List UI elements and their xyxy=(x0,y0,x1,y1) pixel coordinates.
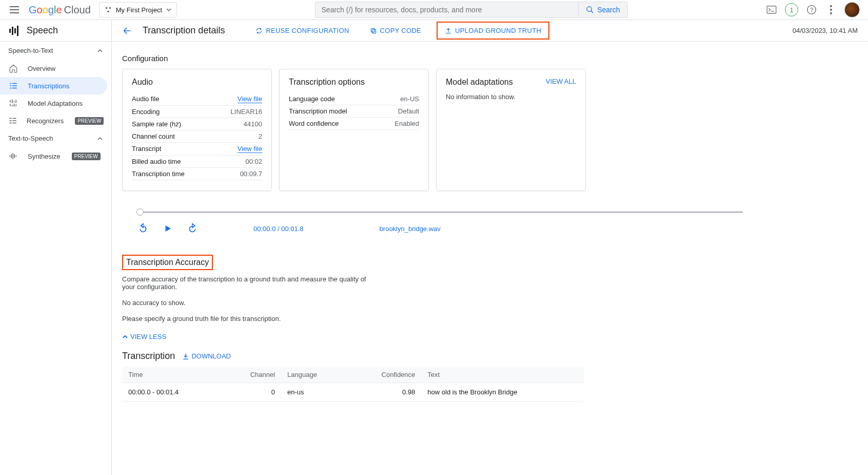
sidebar-item-transcriptions[interactable]: Transcriptions xyxy=(0,77,107,94)
svg-point-3 xyxy=(587,7,591,11)
svg-rect-29 xyxy=(9,118,12,119)
view-file-link[interactable]: View file xyxy=(238,145,262,153)
search-box[interactable]: Search xyxy=(315,2,628,18)
audio-row: EncodingLINEAR16 xyxy=(132,106,262,118)
sidebar-item-synthesize[interactable]: SynthesizePREVIEW xyxy=(0,147,111,165)
svg-rect-18 xyxy=(12,85,17,86)
svg-point-1 xyxy=(109,7,111,9)
svg-rect-35 xyxy=(10,156,11,157)
table-header: Channel xyxy=(222,367,281,383)
audio-row: Sample rate (hz)44100 xyxy=(132,118,262,130)
sidebar-section-header[interactable]: Text-to-Speech xyxy=(0,129,111,147)
timestamp: 04/03/2023, 10:41 AM xyxy=(793,27,858,34)
options-row: Language codeen-US xyxy=(289,93,419,105)
svg-rect-17 xyxy=(10,85,11,86)
view-less-button[interactable]: VIEW LESS xyxy=(122,333,758,340)
notifications-badge[interactable]: 1 xyxy=(785,3,798,16)
sidebar-item-recognizers[interactable]: RecognizersPREVIEW xyxy=(0,112,111,129)
wave-icon xyxy=(8,151,18,161)
svg-point-8 xyxy=(830,5,832,7)
options-card: Transcription options Language codeen-US… xyxy=(279,69,429,191)
svg-rect-39 xyxy=(16,156,17,157)
svg-rect-23 xyxy=(14,101,15,103)
search-button[interactable]: Search xyxy=(578,2,627,17)
rewind-icon[interactable] xyxy=(137,223,149,234)
view-all-link[interactable]: VIEW ALL xyxy=(546,78,576,85)
svg-rect-27 xyxy=(14,104,15,107)
svg-rect-26 xyxy=(12,105,13,106)
svg-rect-31 xyxy=(9,120,12,121)
back-arrow-icon[interactable] xyxy=(122,26,132,36)
copy-code-button[interactable]: COPY CODE xyxy=(365,24,426,37)
svg-point-9 xyxy=(830,9,832,11)
download-button[interactable]: DOWNLOAD xyxy=(182,352,231,360)
upload-icon xyxy=(445,27,452,34)
chevron-up-icon xyxy=(97,48,103,54)
options-row: Word confidenceEnabled xyxy=(289,118,419,130)
reuse-configuration-button[interactable]: REUSE CONFIGURATION xyxy=(250,24,354,37)
sidebar-section-header[interactable]: Speech-to-Text xyxy=(0,42,111,60)
table-header: Language xyxy=(281,367,348,383)
table-header: Confidence xyxy=(348,367,421,383)
reuse-icon xyxy=(255,27,263,34)
project-icon xyxy=(105,6,112,13)
svg-rect-11 xyxy=(9,29,11,33)
tune-icon xyxy=(8,99,18,108)
transcription-heading: Transcription xyxy=(122,351,175,362)
svg-point-2 xyxy=(107,11,109,13)
recognizer-icon xyxy=(8,116,17,125)
copy-icon xyxy=(370,27,377,34)
search-input[interactable] xyxy=(315,6,579,14)
project-picker[interactable]: My First Project xyxy=(99,2,177,17)
svg-rect-25 xyxy=(10,104,11,107)
svg-rect-37 xyxy=(13,153,14,159)
menu-icon[interactable] xyxy=(8,4,21,16)
speech-icon xyxy=(8,26,21,36)
sidebar-item-model-adaptations[interactable]: Model Adaptations xyxy=(0,94,111,112)
page-header: Transcription details REUSE CONFIGURATIO… xyxy=(112,20,868,42)
help-icon[interactable]: ? xyxy=(805,4,818,16)
options-row: Transcription modelDefault xyxy=(289,105,419,118)
svg-rect-19 xyxy=(10,88,11,89)
svg-rect-32 xyxy=(12,120,16,121)
chevron-up-icon xyxy=(122,334,128,340)
accuracy-line2: No accuracy to show. xyxy=(122,299,379,307)
table-header: Text xyxy=(421,367,584,383)
download-icon xyxy=(182,353,189,360)
audio-row: Audio fileView file xyxy=(132,93,262,106)
forward-icon[interactable] xyxy=(187,223,198,234)
more-icon[interactable] xyxy=(825,4,837,16)
google-cloud-logo[interactable]: GoogleCloud xyxy=(29,4,91,16)
upload-ground-truth-highlight: UPLOAD GROUND TRUTH xyxy=(437,22,549,40)
upload-ground-truth-button[interactable]: UPLOAD GROUND TRUTH xyxy=(440,24,546,37)
svg-rect-15 xyxy=(10,83,11,84)
svg-rect-36 xyxy=(11,154,12,158)
player-thumb[interactable] xyxy=(136,208,144,216)
accuracy-desc: Compare accuracy of the transcription to… xyxy=(122,275,379,291)
svg-rect-14 xyxy=(17,26,18,36)
audio-row: TranscriptView file xyxy=(132,143,262,156)
svg-rect-41 xyxy=(371,28,374,32)
adaptations-empty: No information to show. xyxy=(446,93,576,101)
sidebar-item-overview[interactable]: Overview xyxy=(0,60,111,77)
chevron-up-icon xyxy=(97,136,103,142)
audio-player: 00:00.0 / 00:01.8 brooklyn_bridge.wav xyxy=(137,212,743,234)
avatar[interactable] xyxy=(844,2,860,17)
search-icon xyxy=(586,6,594,14)
svg-text:?: ? xyxy=(810,6,814,13)
svg-rect-12 xyxy=(12,27,13,35)
options-card-title: Transcription options xyxy=(289,78,419,87)
audio-card-title: Audio xyxy=(132,78,262,87)
svg-rect-16 xyxy=(12,83,17,84)
product-title: Speech xyxy=(0,20,111,42)
page-title: Transcription details xyxy=(143,25,225,36)
svg-rect-28 xyxy=(16,104,17,106)
list-icon xyxy=(8,81,18,90)
player-track[interactable] xyxy=(137,212,743,213)
svg-rect-13 xyxy=(14,28,16,33)
svg-rect-21 xyxy=(10,100,11,103)
play-icon[interactable] xyxy=(163,224,172,233)
view-file-link[interactable]: View file xyxy=(238,95,262,103)
cloud-shell-icon[interactable] xyxy=(765,4,778,16)
preview-badge: PREVIEW xyxy=(72,153,101,160)
